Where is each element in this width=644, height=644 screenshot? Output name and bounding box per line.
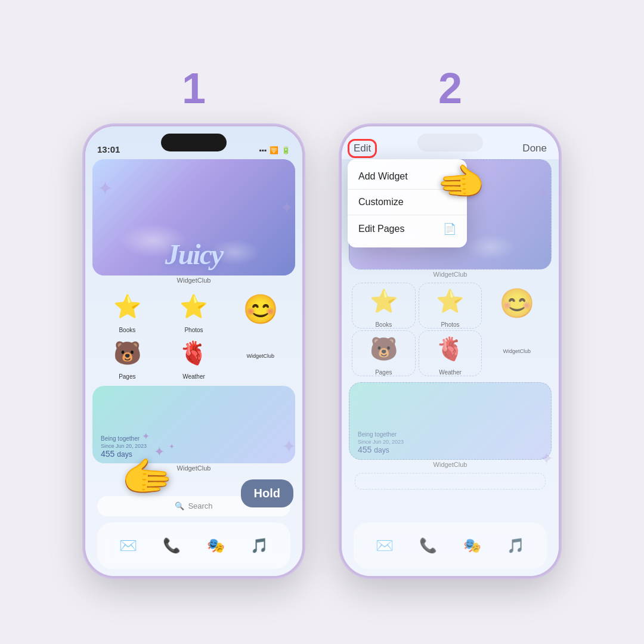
pages-icon-2: 🐻 bbox=[366, 331, 401, 367]
smiley-widget-2: 😊 bbox=[485, 283, 549, 329]
pages-label: Pages bbox=[119, 373, 135, 380]
photos-icon-2: ⭐ bbox=[432, 283, 468, 319]
countdown-subtitle-1: Being together bbox=[101, 435, 140, 442]
sparkle-3: ✦ bbox=[169, 442, 175, 451]
sparkle-1: ✦ bbox=[154, 444, 165, 460]
step-2: 2 Edit Done Add bbox=[340, 67, 561, 578]
weather-icon-2: 🫀 bbox=[432, 331, 468, 367]
step-2-number: 2 bbox=[438, 67, 462, 110]
status-icons-1: ▪▪▪ 🛜 🔋 bbox=[259, 146, 290, 154]
pages-icon: 🐻 bbox=[109, 335, 145, 371]
weather-label: Weather bbox=[182, 373, 205, 380]
app-grid-row2-2: 🐻 Pages 🫀 Weather WidgetClub bbox=[349, 330, 552, 376]
app-books[interactable]: ⭐ Books bbox=[95, 289, 159, 333]
hand-cursor-1: 🫱 bbox=[121, 453, 173, 501]
edit-button[interactable]: Edit bbox=[354, 143, 371, 154]
banner-widget-1: Juicy bbox=[92, 159, 295, 275]
countdown-widget-1: Being together Since Jun 20, 2023 455 da… bbox=[92, 386, 295, 463]
app-photos-2[interactable]: ⭐ Photos bbox=[419, 283, 482, 329]
dock-mail-2[interactable]: ✉️ bbox=[369, 530, 400, 561]
search-icon-1: 🔍 bbox=[175, 501, 184, 510]
dynamic-island-1 bbox=[161, 134, 227, 151]
menu-edit-pages[interactable]: Edit Pages 📄 bbox=[348, 215, 467, 243]
star-deco-br: ✦ bbox=[281, 436, 296, 457]
pages-label-2: Pages bbox=[375, 369, 392, 376]
smiley-widget-1: 😊 bbox=[228, 289, 292, 333]
step-1-number: 1 bbox=[182, 67, 206, 110]
phone-2-screen: Edit Done Add Widget Customize Edit Page… bbox=[342, 126, 559, 576]
dock-app3-1[interactable]: 🎭 bbox=[200, 530, 231, 561]
widgetclub-label: WidgetClub bbox=[246, 353, 274, 359]
photos-label-2: Photos bbox=[441, 321, 459, 328]
dock-music-1[interactable]: 🎵 bbox=[244, 530, 275, 561]
dock-phone-2[interactable]: 📞 bbox=[413, 530, 444, 561]
status-time-1: 13:01 bbox=[97, 144, 120, 154]
star-deco-tl: ✦ bbox=[97, 177, 113, 200]
books-icon: ⭐ bbox=[109, 289, 145, 324]
step-1: 1 13:01 ▪▪▪ 🛜 🔋 bbox=[83, 67, 304, 578]
banner-label-1: WidgetClub bbox=[177, 277, 211, 284]
search-text-1: Search bbox=[188, 501, 212, 510]
books-label: Books bbox=[119, 327, 135, 333]
app-widgetclub-2[interactable]: WidgetClub bbox=[485, 330, 549, 376]
banner-text-1: Juicy bbox=[165, 238, 223, 271]
phone-1-screen: 13:01 ▪▪▪ 🛜 🔋 Juicy bbox=[85, 126, 302, 576]
done-button[interactable]: Done bbox=[522, 143, 547, 154]
dock-1: ✉️ 📞 🎭 🎵 bbox=[97, 522, 290, 569]
countdown-section-2: Being together Since Jun 20, 2023 455 da… bbox=[349, 382, 552, 468]
books-icon-2: ⭐ bbox=[366, 283, 401, 319]
phone-1: 13:01 ▪▪▪ 🛜 🔋 Juicy bbox=[83, 125, 304, 578]
app-books-2[interactable]: ⭐ Books bbox=[352, 283, 416, 329]
dock-2: ✉️ 📞 🎭 🎵 bbox=[354, 522, 547, 569]
edit-btn-container: Edit bbox=[354, 143, 371, 154]
hold-button-1[interactable]: Hold bbox=[241, 479, 293, 507]
star-deco-tr-2: ✦ bbox=[536, 183, 550, 203]
countdown-label-1: WidgetClub bbox=[177, 465, 211, 472]
wifi-icon: 🛜 bbox=[270, 146, 278, 154]
countdown-widget-2: Being together Since Jun 20, 2023 455 da… bbox=[349, 382, 552, 460]
battery-icon: 🔋 bbox=[281, 146, 290, 154]
weather-icon: 🫀 bbox=[176, 335, 212, 371]
edit-pages-icon: 📄 bbox=[443, 222, 456, 236]
photos-label: Photos bbox=[184, 327, 203, 333]
countdown-label-2: WidgetClub bbox=[434, 461, 467, 468]
dock-phone-1[interactable]: 📞 bbox=[156, 530, 187, 561]
photos-icon: ⭐ bbox=[176, 289, 212, 324]
hand-cursor-2: 🫱 bbox=[437, 159, 485, 205]
app-pages[interactable]: 🐻 Pages bbox=[95, 335, 159, 380]
weather-label-2: Weather bbox=[439, 369, 462, 376]
sparkle-2: ✦ bbox=[142, 431, 150, 442]
countdown-count-2: 455 days bbox=[358, 445, 389, 454]
dock-placeholder-2 bbox=[355, 473, 546, 490]
star-deco-br-2: ✦ bbox=[539, 448, 554, 469]
signal-icon: ▪▪▪ bbox=[259, 146, 267, 154]
main-container: 1 13:01 ▪▪▪ 🛜 🔋 bbox=[0, 0, 644, 644]
app-pages-2[interactable]: 🐻 Pages bbox=[352, 330, 416, 376]
edit-header-2: Edit Done bbox=[342, 126, 559, 159]
countdown-date-1: Since Jun 20, 2023 bbox=[101, 443, 147, 449]
dock-mail-1[interactable]: ✉️ bbox=[113, 530, 144, 561]
app-photos[interactable]: ⭐ Photos bbox=[162, 289, 226, 333]
app-grid-row1: ⭐ Books ⭐ Photos 😊 bbox=[92, 289, 295, 333]
countdown-subtitle-2: Being together bbox=[358, 431, 397, 438]
app-widgetclub[interactable]: WidgetClub bbox=[228, 335, 292, 380]
star-deco-tr: ✦ bbox=[280, 198, 293, 218]
app-weather[interactable]: 🫀 Weather bbox=[162, 335, 226, 380]
app-weather-2[interactable]: 🫀 Weather bbox=[419, 330, 482, 376]
books-label-2: Books bbox=[375, 321, 392, 328]
banner-label-2: WidgetClub bbox=[434, 271, 467, 278]
dock-app3-2[interactable]: 🎭 bbox=[457, 530, 488, 561]
app-grid-row2: 🐻 Pages 🫀 Weather WidgetClub bbox=[92, 335, 295, 380]
phone-2: Edit Done Add Widget Customize Edit Page… bbox=[340, 125, 561, 578]
dock-music-2[interactable]: 🎵 bbox=[500, 530, 531, 561]
countdown-date-2: Since Jun 20, 2023 bbox=[358, 439, 404, 445]
widgetclub-label-2: WidgetClub bbox=[503, 348, 531, 354]
app-grid-row1-2: ⭐ Books ⭐ Photos 😊 bbox=[349, 283, 552, 329]
